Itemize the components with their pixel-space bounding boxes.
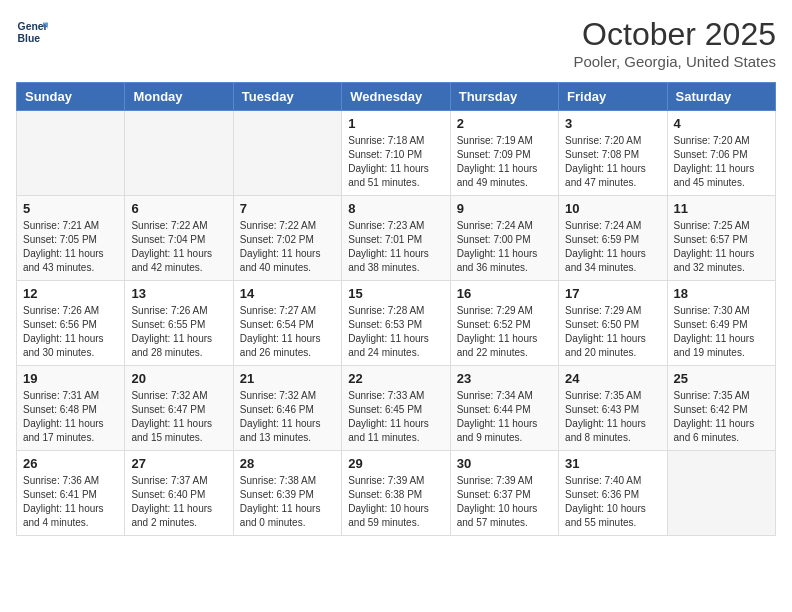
calendar-day-cell: 2Sunrise: 7:19 AM Sunset: 7:09 PM Daylig…: [450, 111, 558, 196]
day-info: Sunrise: 7:29 AM Sunset: 6:52 PM Dayligh…: [457, 304, 552, 360]
day-info: Sunrise: 7:35 AM Sunset: 6:42 PM Dayligh…: [674, 389, 769, 445]
day-number: 5: [23, 201, 118, 216]
calendar-day-cell: [667, 451, 775, 536]
day-number: 21: [240, 371, 335, 386]
calendar-week-row: 19Sunrise: 7:31 AM Sunset: 6:48 PM Dayli…: [17, 366, 776, 451]
calendar-day-cell: 11Sunrise: 7:25 AM Sunset: 6:57 PM Dayli…: [667, 196, 775, 281]
day-number: 17: [565, 286, 660, 301]
calendar-day-cell: 4Sunrise: 7:20 AM Sunset: 7:06 PM Daylig…: [667, 111, 775, 196]
day-number: 27: [131, 456, 226, 471]
day-info: Sunrise: 7:21 AM Sunset: 7:05 PM Dayligh…: [23, 219, 118, 275]
calendar-day-cell: 25Sunrise: 7:35 AM Sunset: 6:42 PM Dayli…: [667, 366, 775, 451]
day-number: 28: [240, 456, 335, 471]
day-info: Sunrise: 7:26 AM Sunset: 6:55 PM Dayligh…: [131, 304, 226, 360]
calendar-day-cell: 19Sunrise: 7:31 AM Sunset: 6:48 PM Dayli…: [17, 366, 125, 451]
calendar-day-cell: 30Sunrise: 7:39 AM Sunset: 6:37 PM Dayli…: [450, 451, 558, 536]
calendar-day-cell: [17, 111, 125, 196]
calendar-table: SundayMondayTuesdayWednesdayThursdayFrid…: [16, 82, 776, 536]
day-number: 14: [240, 286, 335, 301]
day-info: Sunrise: 7:18 AM Sunset: 7:10 PM Dayligh…: [348, 134, 443, 190]
day-info: Sunrise: 7:24 AM Sunset: 7:00 PM Dayligh…: [457, 219, 552, 275]
day-number: 20: [131, 371, 226, 386]
day-info: Sunrise: 7:39 AM Sunset: 6:38 PM Dayligh…: [348, 474, 443, 530]
calendar-header-row: SundayMondayTuesdayWednesdayThursdayFrid…: [17, 83, 776, 111]
location: Pooler, Georgia, United States: [573, 53, 776, 70]
day-number: 26: [23, 456, 118, 471]
day-number: 18: [674, 286, 769, 301]
day-info: Sunrise: 7:35 AM Sunset: 6:43 PM Dayligh…: [565, 389, 660, 445]
day-info: Sunrise: 7:28 AM Sunset: 6:53 PM Dayligh…: [348, 304, 443, 360]
calendar-day-cell: 28Sunrise: 7:38 AM Sunset: 6:39 PM Dayli…: [233, 451, 341, 536]
calendar-day-cell: 16Sunrise: 7:29 AM Sunset: 6:52 PM Dayli…: [450, 281, 558, 366]
day-info: Sunrise: 7:22 AM Sunset: 7:04 PM Dayligh…: [131, 219, 226, 275]
day-number: 29: [348, 456, 443, 471]
calendar-day-cell: 9Sunrise: 7:24 AM Sunset: 7:00 PM Daylig…: [450, 196, 558, 281]
calendar-day-cell: 21Sunrise: 7:32 AM Sunset: 6:46 PM Dayli…: [233, 366, 341, 451]
day-of-week-header: Friday: [559, 83, 667, 111]
calendar-day-cell: 3Sunrise: 7:20 AM Sunset: 7:08 PM Daylig…: [559, 111, 667, 196]
calendar-day-cell: 22Sunrise: 7:33 AM Sunset: 6:45 PM Dayli…: [342, 366, 450, 451]
day-info: Sunrise: 7:32 AM Sunset: 6:46 PM Dayligh…: [240, 389, 335, 445]
day-of-week-header: Tuesday: [233, 83, 341, 111]
day-number: 1: [348, 116, 443, 131]
calendar-day-cell: 20Sunrise: 7:32 AM Sunset: 6:47 PM Dayli…: [125, 366, 233, 451]
day-info: Sunrise: 7:31 AM Sunset: 6:48 PM Dayligh…: [23, 389, 118, 445]
day-number: 12: [23, 286, 118, 301]
calendar-week-row: 12Sunrise: 7:26 AM Sunset: 6:56 PM Dayli…: [17, 281, 776, 366]
calendar-day-cell: 5Sunrise: 7:21 AM Sunset: 7:05 PM Daylig…: [17, 196, 125, 281]
day-number: 4: [674, 116, 769, 131]
calendar-day-cell: [125, 111, 233, 196]
calendar-day-cell: 23Sunrise: 7:34 AM Sunset: 6:44 PM Dayli…: [450, 366, 558, 451]
day-number: 16: [457, 286, 552, 301]
calendar-day-cell: 27Sunrise: 7:37 AM Sunset: 6:40 PM Dayli…: [125, 451, 233, 536]
calendar-day-cell: 7Sunrise: 7:22 AM Sunset: 7:02 PM Daylig…: [233, 196, 341, 281]
day-number: 8: [348, 201, 443, 216]
day-number: 25: [674, 371, 769, 386]
calendar-day-cell: [233, 111, 341, 196]
svg-text:Blue: Blue: [18, 33, 41, 44]
day-number: 15: [348, 286, 443, 301]
month-title: October 2025: [573, 16, 776, 53]
calendar-day-cell: 31Sunrise: 7:40 AM Sunset: 6:36 PM Dayli…: [559, 451, 667, 536]
day-info: Sunrise: 7:26 AM Sunset: 6:56 PM Dayligh…: [23, 304, 118, 360]
day-info: Sunrise: 7:39 AM Sunset: 6:37 PM Dayligh…: [457, 474, 552, 530]
day-info: Sunrise: 7:19 AM Sunset: 7:09 PM Dayligh…: [457, 134, 552, 190]
day-of-week-header: Thursday: [450, 83, 558, 111]
day-number: 7: [240, 201, 335, 216]
day-info: Sunrise: 7:40 AM Sunset: 6:36 PM Dayligh…: [565, 474, 660, 530]
day-number: 22: [348, 371, 443, 386]
day-number: 13: [131, 286, 226, 301]
day-of-week-header: Saturday: [667, 83, 775, 111]
day-info: Sunrise: 7:34 AM Sunset: 6:44 PM Dayligh…: [457, 389, 552, 445]
day-number: 19: [23, 371, 118, 386]
calendar-day-cell: 18Sunrise: 7:30 AM Sunset: 6:49 PM Dayli…: [667, 281, 775, 366]
day-number: 10: [565, 201, 660, 216]
day-info: Sunrise: 7:22 AM Sunset: 7:02 PM Dayligh…: [240, 219, 335, 275]
calendar-day-cell: 12Sunrise: 7:26 AM Sunset: 6:56 PM Dayli…: [17, 281, 125, 366]
day-info: Sunrise: 7:20 AM Sunset: 7:08 PM Dayligh…: [565, 134, 660, 190]
calendar-day-cell: 14Sunrise: 7:27 AM Sunset: 6:54 PM Dayli…: [233, 281, 341, 366]
day-info: Sunrise: 7:27 AM Sunset: 6:54 PM Dayligh…: [240, 304, 335, 360]
day-of-week-header: Wednesday: [342, 83, 450, 111]
day-number: 3: [565, 116, 660, 131]
calendar-day-cell: 13Sunrise: 7:26 AM Sunset: 6:55 PM Dayli…: [125, 281, 233, 366]
day-number: 23: [457, 371, 552, 386]
calendar-week-row: 1Sunrise: 7:18 AM Sunset: 7:10 PM Daylig…: [17, 111, 776, 196]
day-number: 9: [457, 201, 552, 216]
logo: General Blue: [16, 16, 48, 48]
calendar-day-cell: 24Sunrise: 7:35 AM Sunset: 6:43 PM Dayli…: [559, 366, 667, 451]
title-block: October 2025 Pooler, Georgia, United Sta…: [573, 16, 776, 70]
day-info: Sunrise: 7:38 AM Sunset: 6:39 PM Dayligh…: [240, 474, 335, 530]
day-info: Sunrise: 7:23 AM Sunset: 7:01 PM Dayligh…: [348, 219, 443, 275]
day-info: Sunrise: 7:32 AM Sunset: 6:47 PM Dayligh…: [131, 389, 226, 445]
calendar-day-cell: 6Sunrise: 7:22 AM Sunset: 7:04 PM Daylig…: [125, 196, 233, 281]
day-number: 2: [457, 116, 552, 131]
calendar-day-cell: 26Sunrise: 7:36 AM Sunset: 6:41 PM Dayli…: [17, 451, 125, 536]
calendar-week-row: 5Sunrise: 7:21 AM Sunset: 7:05 PM Daylig…: [17, 196, 776, 281]
page-header: General Blue October 2025 Pooler, Georgi…: [16, 16, 776, 70]
day-number: 30: [457, 456, 552, 471]
calendar-day-cell: 8Sunrise: 7:23 AM Sunset: 7:01 PM Daylig…: [342, 196, 450, 281]
calendar-day-cell: 15Sunrise: 7:28 AM Sunset: 6:53 PM Dayli…: [342, 281, 450, 366]
day-number: 24: [565, 371, 660, 386]
day-of-week-header: Sunday: [17, 83, 125, 111]
